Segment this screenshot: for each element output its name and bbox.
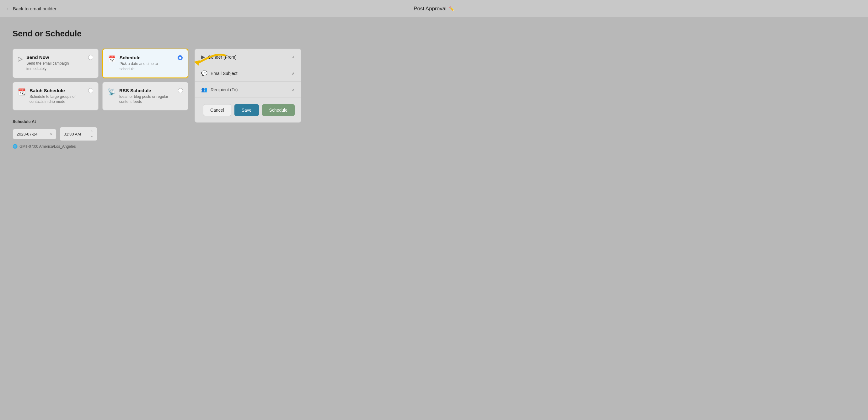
save-button[interactable]: Save	[235, 104, 259, 116]
email-subject-left: 💬 Email Subject	[201, 70, 238, 76]
left-panel: ▷ Send Now Send the email campaign immed…	[12, 49, 188, 149]
send-now-card[interactable]: ▷ Send Now Send the email campaign immed…	[12, 49, 98, 78]
timezone-icon: 🌐	[12, 144, 18, 149]
back-arrow-icon: ←	[6, 6, 11, 11]
sender-from-section[interactable]: ▶ Sender (From) ∧	[195, 49, 301, 65]
recipient-to-left: 👥 Recipient (To)	[201, 87, 238, 93]
batch-schedule-text: Batch Schedule Schedule to large groups …	[30, 88, 85, 105]
recipient-to-label: Recipient (To)	[211, 87, 238, 92]
email-subject-label: Email Subject	[211, 71, 238, 76]
rss-schedule-icon: 📡	[107, 88, 116, 96]
schedule-title: Schedule	[120, 55, 174, 60]
send-now-text: Send Now Send the email campaign immedia…	[26, 55, 85, 71]
page-heading: Send or Schedule	[12, 29, 856, 39]
batch-schedule-icon: 📆	[18, 88, 26, 96]
time-spinner-icon[interactable]: ⌃⌄	[90, 130, 93, 138]
batch-schedule-desc: Schedule to large groups of contacts in …	[30, 94, 85, 105]
recipient-chevron-icon: ∧	[292, 88, 294, 92]
date-input[interactable]: 2023-07-24 ×	[12, 129, 57, 139]
sender-from-left: ▶ Sender (From)	[201, 54, 237, 60]
send-now-title: Send Now	[26, 55, 85, 60]
back-label: Back to email builder	[13, 6, 57, 11]
timezone-row: 🌐 GMT-07:00 America/Los_Angeles	[12, 144, 188, 149]
batch-schedule-title: Batch Schedule	[30, 88, 85, 93]
date-clear-icon[interactable]: ×	[50, 132, 53, 136]
header: ← Back to email builder Post Approval ✏️	[0, 0, 868, 18]
rss-schedule-card[interactable]: 📡 RSS Schedule Ideal for blog posts or r…	[102, 82, 188, 111]
sender-chevron-icon: ∧	[292, 55, 294, 59]
schedule-card[interactable]: 📅 Schedule Pick a date and time to sched…	[102, 49, 188, 78]
options-grid: ▷ Send Now Send the email campaign immed…	[12, 49, 188, 110]
schedule-desc: Pick a date and time to schedule	[120, 61, 174, 72]
recipient-to-section[interactable]: 👥 Recipient (To) ∧	[195, 82, 301, 98]
batch-schedule-radio[interactable]	[88, 88, 93, 93]
send-now-icon: ▷	[18, 55, 23, 62]
page-title-header: Post Approval	[413, 6, 446, 12]
email-subject-icon: 💬	[201, 70, 208, 76]
schedule-radio[interactable]	[178, 55, 183, 60]
header-title: Post Approval ✏️	[413, 6, 455, 12]
content-wrapper: ▷ Send Now Send the email campaign immed…	[12, 49, 856, 149]
time-input[interactable]: 01:30 AM ⌃⌄	[60, 127, 97, 141]
edit-icon[interactable]: ✏️	[449, 6, 455, 11]
sender-icon: ▶	[201, 54, 205, 60]
rss-schedule-desc: Ideal for blog posts or regular content …	[119, 94, 174, 105]
date-value: 2023-07-24	[17, 132, 38, 136]
sender-from-label: Sender (From)	[208, 55, 237, 60]
schedule-icon: 📅	[108, 55, 116, 63]
right-panel: ▶ Sender (From) ∧ 💬 Email Subject ∧ 👥 Re…	[194, 49, 301, 123]
time-value: 01:30 AM	[64, 132, 81, 136]
rss-schedule-radio[interactable]	[178, 88, 183, 93]
main-content: Send or Schedule ▷ Send Now Send the ema…	[0, 18, 868, 420]
schedule-at-label: Schedule At	[12, 119, 188, 124]
right-panel-footer: Cancel Save Schedule	[195, 98, 301, 122]
back-button[interactable]: ← Back to email builder	[6, 6, 57, 11]
email-subject-section[interactable]: 💬 Email Subject ∧	[195, 65, 301, 82]
send-now-desc: Send the email campaign immediately	[26, 61, 85, 71]
recipient-icon: 👥	[201, 87, 208, 93]
schedule-text: Schedule Pick a date and time to schedul…	[120, 55, 174, 72]
cancel-button[interactable]: Cancel	[203, 104, 231, 116]
schedule-button[interactable]: Schedule	[262, 104, 294, 116]
timezone-label: GMT-07:00 America/Los_Angeles	[20, 144, 75, 149]
rss-schedule-title: RSS Schedule	[119, 88, 174, 93]
schedule-at-section: Schedule At 2023-07-24 × 01:30 AM ⌃⌄ 🌐 G…	[12, 119, 188, 149]
email-subject-chevron-icon: ∧	[292, 71, 294, 75]
batch-schedule-card[interactable]: 📆 Batch Schedule Schedule to large group…	[12, 82, 98, 111]
send-now-radio[interactable]	[88, 55, 93, 60]
schedule-inputs: 2023-07-24 × 01:30 AM ⌃⌄	[12, 127, 188, 141]
rss-schedule-text: RSS Schedule Ideal for blog posts or reg…	[119, 88, 174, 105]
